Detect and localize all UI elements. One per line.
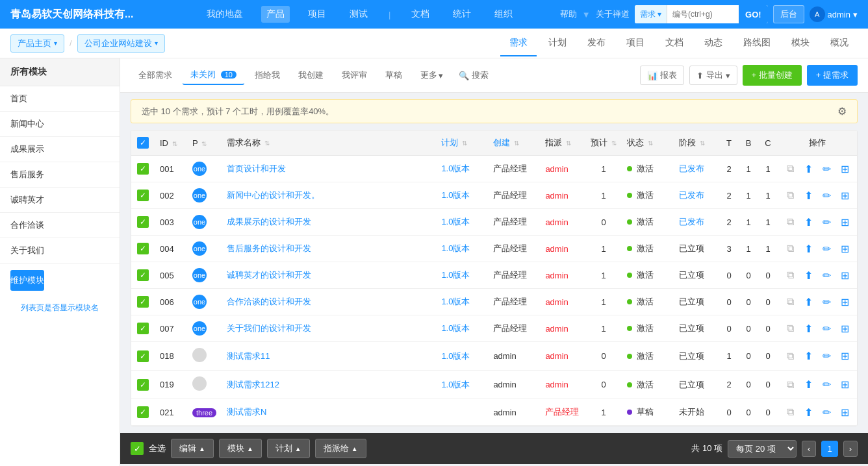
- sidebar-item-service[interactable]: 售后服务: [0, 162, 120, 188]
- tab-project[interactable]: 项目: [617, 31, 654, 56]
- help-link[interactable]: 帮助: [560, 8, 577, 20]
- row-assign[interactable]: admin: [540, 262, 585, 289]
- page-1-button[interactable]: 1: [821, 441, 837, 457]
- tab-roadmap[interactable]: 路线图: [734, 31, 780, 56]
- th-assign[interactable]: 指派 ⇅: [540, 130, 585, 156]
- settings-gear-icon[interactable]: ⚙: [837, 105, 847, 117]
- th-plan[interactable]: 计划 ⇅: [436, 130, 488, 156]
- th-id[interactable]: ID ⇅: [155, 130, 187, 156]
- row-plan[interactable]: 1.0版本: [436, 315, 488, 342]
- tab-demand[interactable]: 需求: [500, 31, 537, 56]
- breadcrumb-product-home[interactable]: 产品主页 ▾: [10, 34, 64, 53]
- row-plan[interactable]: 1.0版本: [436, 262, 488, 289]
- add-demand-button[interactable]: + 提需求: [807, 65, 858, 86]
- row-name[interactable]: 测试需求1212: [222, 371, 436, 399]
- tab-docs[interactable]: 文档: [656, 31, 693, 56]
- row-checkbox-cell[interactable]: ✓: [131, 371, 155, 399]
- edit-icon[interactable]: ✏: [819, 215, 834, 229]
- row-name[interactable]: 售后服务的设计和开发: [222, 236, 436, 262]
- edit-icon[interactable]: ✏: [819, 321, 834, 336]
- split-icon[interactable]: ⊞: [837, 215, 852, 229]
- prev-page-button[interactable]: ‹: [802, 441, 816, 457]
- share-icon[interactable]: ⬆: [801, 321, 815, 336]
- row-checkbox[interactable]: ✓: [137, 379, 149, 391]
- sidebar-item-about[interactable]: 关于我们: [0, 238, 120, 264]
- copy-icon[interactable]: ⧉: [783, 405, 797, 419]
- tab-release[interactable]: 发布: [578, 31, 615, 56]
- row-checkbox-cell[interactable]: ✓: [131, 342, 155, 371]
- split-icon[interactable]: ⊞: [837, 321, 852, 336]
- share-icon[interactable]: ⬆: [801, 162, 815, 176]
- row-assign[interactable]: admin: [540, 342, 585, 371]
- row-checkbox-cell[interactable]: ✓: [131, 182, 155, 209]
- row-plan[interactable]: 1.0版本: [436, 371, 488, 399]
- nav-my-dashboard[interactable]: 我的地盘: [201, 6, 248, 23]
- row-checkbox[interactable]: ✓: [137, 243, 149, 254]
- backend-button[interactable]: 后台: [773, 5, 804, 23]
- row-assign[interactable]: admin: [540, 289, 585, 315]
- th-name[interactable]: 需求名称 ⇅: [222, 130, 436, 156]
- edit-icon[interactable]: ✏: [819, 241, 834, 256]
- search-area[interactable]: 🔍 搜索: [459, 69, 489, 81]
- row-checkbox-cell[interactable]: ✓: [131, 209, 155, 236]
- row-name[interactable]: 关于我们的设计和开发: [222, 315, 436, 342]
- split-icon[interactable]: ⊞: [837, 268, 852, 282]
- row-assign[interactable]: admin: [540, 182, 585, 209]
- demand-number-input[interactable]: [667, 5, 739, 23]
- row-checkbox-cell[interactable]: ✓: [131, 289, 155, 315]
- share-icon[interactable]: ⬆: [801, 405, 815, 419]
- th-stage[interactable]: 阶段 ⇅: [674, 130, 719, 156]
- filter-created-me[interactable]: 我创建: [290, 66, 331, 84]
- edit-icon[interactable]: ✏: [819, 188, 834, 202]
- row-plan[interactable]: 1.0版本: [436, 236, 488, 262]
- edit-icon[interactable]: ✏: [819, 268, 834, 282]
- row-plan[interactable]: 1.0版本: [436, 156, 488, 182]
- nav-docs[interactable]: 文档: [406, 6, 435, 23]
- edit-icon[interactable]: ✏: [819, 162, 834, 176]
- filter-assigned-me[interactable]: 指给我: [247, 66, 288, 84]
- row-assign[interactable]: admin: [540, 156, 585, 182]
- breadcrumb-project[interactable]: 公司企业网站建设 ▾: [77, 34, 165, 53]
- row-name[interactable]: 首页设计和开发: [222, 156, 436, 182]
- share-icon[interactable]: ⬆: [801, 268, 815, 282]
- copy-icon[interactable]: ⧉: [783, 188, 797, 202]
- copy-icon[interactable]: ⧉: [783, 268, 797, 282]
- nav-project[interactable]: 项目: [303, 6, 331, 23]
- edit-icon[interactable]: ✏: [819, 295, 834, 309]
- sidebar-item-talent[interactable]: 诚聘英才: [0, 188, 120, 213]
- copy-icon[interactable]: ⧉: [783, 378, 797, 392]
- tab-activity[interactable]: 动态: [695, 31, 732, 56]
- copy-icon[interactable]: ⧉: [783, 349, 797, 363]
- row-name[interactable]: 合作洽谈的设计和开发: [222, 289, 436, 315]
- split-icon[interactable]: ⊞: [837, 188, 852, 202]
- row-plan[interactable]: 1.0版本: [436, 209, 488, 236]
- share-icon[interactable]: ⬆: [801, 188, 815, 202]
- tab-overview[interactable]: 概况: [821, 31, 858, 56]
- row-checkbox-cell[interactable]: ✓: [131, 156, 155, 182]
- export-button[interactable]: ⬆ 导出 ▾: [689, 66, 737, 85]
- bottom-select-all-checkbox[interactable]: ✓: [131, 442, 144, 455]
- share-icon[interactable]: ⬆: [801, 295, 815, 309]
- filter-unclosed[interactable]: 未关闭 10: [183, 66, 244, 85]
- demand-type-dropdown[interactable]: 需求 ▾: [635, 5, 667, 23]
- nav-product[interactable]: 产品: [261, 6, 290, 23]
- th-budget[interactable]: 预计 ⇅: [585, 130, 622, 156]
- go-button[interactable]: GO!: [739, 5, 768, 23]
- split-icon[interactable]: ⊞: [837, 405, 852, 419]
- edit-icon[interactable]: ✏: [819, 405, 834, 419]
- share-icon[interactable]: ⬆: [801, 378, 815, 392]
- row-name[interactable]: 测试需求N: [222, 399, 436, 426]
- row-checkbox-cell[interactable]: ✓: [131, 315, 155, 342]
- share-icon[interactable]: ⬆: [801, 349, 815, 363]
- filter-draft[interactable]: 草稿: [377, 66, 410, 84]
- filter-all-demand[interactable]: 全部需求: [131, 66, 180, 84]
- sidebar-item-home[interactable]: 首页: [0, 86, 120, 112]
- copy-icon[interactable]: ⧉: [783, 241, 797, 256]
- row-name[interactable]: 成果展示的设计和开发: [222, 209, 436, 236]
- row-checkbox[interactable]: ✓: [137, 269, 149, 281]
- row-assign[interactable]: admin: [540, 315, 585, 342]
- sidebar-item-results[interactable]: 成果展示: [0, 137, 120, 162]
- assign-to-button[interactable]: 指派给 ▲: [315, 439, 366, 458]
- row-checkbox[interactable]: ✓: [137, 190, 149, 201]
- batch-create-button[interactable]: + 批量创建: [743, 65, 802, 86]
